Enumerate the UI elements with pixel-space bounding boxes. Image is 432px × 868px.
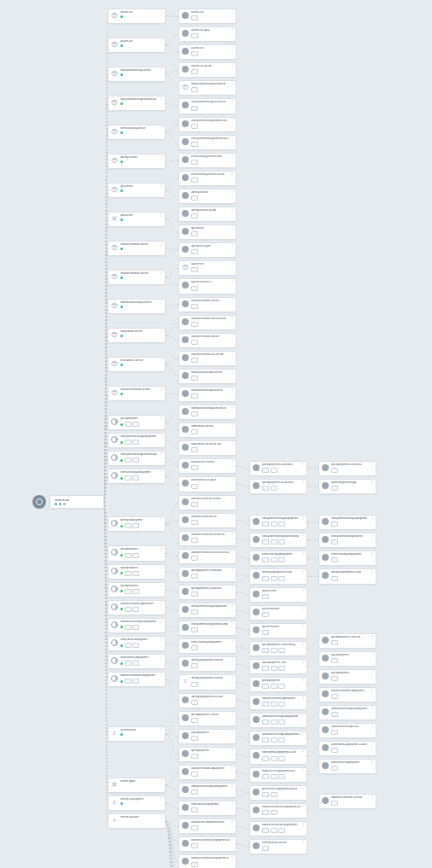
resource-card[interactable]: api-deployment···⋮ <box>318 651 377 667</box>
resource-card[interactable]: event-tracking-deployment······⋮ <box>108 469 166 484</box>
resource-card[interactable]: ab-test-svc⋮ <box>108 38 166 53</box>
resource-card[interactable]: rdbsearchcollector-deployment-8c······⋮ <box>249 803 307 818</box>
menu-icon[interactable]: ⋮ <box>231 533 234 535</box>
resource-card[interactable]: ab-test-svc-g7emf···⋮ <box>178 62 236 78</box>
menu-icon[interactable]: ⋮ <box>231 498 234 499</box>
menu-icon[interactable]: ⋮ <box>231 191 234 193</box>
menu-icon[interactable]: ⋮ <box>160 656 163 658</box>
resource-card[interactable]: qm-deployment-7bb5f9b54···⋮ <box>318 461 377 476</box>
menu-icon[interactable]: ⋮ <box>231 137 234 139</box>
menu-icon[interactable]: ⋮ <box>301 463 305 465</box>
menu-icon[interactable]: ⋮ <box>231 227 234 229</box>
resource-card[interactable]: newsystemtracking-service⋮ <box>108 67 166 82</box>
resource-card[interactable]: api-service-d87v-i···⋮ <box>178 278 236 294</box>
resource-card[interactable]: identity-deployment······⋮ <box>108 516 166 532</box>
resource-card[interactable]: event-tracking-deployment···⋮ <box>318 551 377 566</box>
resource-card[interactable]: rdbsearchcollector-service···⋮ <box>178 495 236 510</box>
resource-card[interactable]: newsystemtracking-deployment·········⋮ <box>249 515 307 530</box>
resource-card[interactable]: qm-deployment······⋮ <box>108 415 166 430</box>
resource-card[interactable]: ab-test-svc⋮ <box>108 9 166 24</box>
menu-icon[interactable]: ⋮ <box>160 301 163 303</box>
menu-icon[interactable]: ⋮ <box>231 641 234 643</box>
resource-card[interactable]: rdbelasticsearchapi-deployment······⋮ <box>108 618 166 633</box>
menu-icon[interactable]: ⋮ <box>160 330 163 332</box>
resource-card[interactable]: qm-deployment···⋮ <box>318 669 377 684</box>
resource-card[interactable]: rdbsearchmobile-deployment······⋮ <box>108 600 166 615</box>
resource-card[interactable]: event-tracking-service⋮ <box>108 125 166 140</box>
menu-icon[interactable]: ⋮ <box>160 359 163 361</box>
menu-icon[interactable]: ⋮ <box>301 733 305 735</box>
menu-icon[interactable]: ⋮ <box>160 40 163 42</box>
resource-card[interactable]: kibanaserch-svc-opt-8···⋮ <box>178 476 236 492</box>
menu-icon[interactable]: ⋮ <box>231 516 234 517</box>
resource-card[interactable]: identity-service···⋮ <box>178 189 236 204</box>
menu-icon[interactable]: ⋮ <box>231 209 234 211</box>
resource-card[interactable]: qm-deployment-7b56c4fc6···⋮ <box>178 585 236 600</box>
menu-icon[interactable]: ⋮ <box>231 569 234 571</box>
menu-icon[interactable]: ⋮ <box>231 47 234 49</box>
menu-icon[interactable]: ⋮ <box>231 119 234 121</box>
menu-icon[interactable]: ⋮ <box>301 644 305 645</box>
menu-icon[interactable]: ⋮ <box>301 481 305 483</box>
resource-card[interactable]: qm-deployment-7bb5f9b54······⋮ <box>249 461 307 476</box>
resource-card[interactable]: rdbelasticsearchapi-service···⋮ <box>178 387 236 402</box>
menu-icon[interactable]: ⋮ <box>231 821 234 823</box>
menu-icon[interactable]: ⋮ <box>301 751 305 753</box>
menu-icon[interactable]: ⋮ <box>231 857 234 859</box>
menu-icon[interactable]: ⋮ <box>301 626 305 627</box>
menu-icon[interactable]: ⋮ <box>371 481 374 483</box>
root-node[interactable]: service-sta <box>32 495 104 509</box>
resource-card[interactable]: rdbsearchcollector-svcerror···⋮ <box>318 794 377 809</box>
menu-icon[interactable]: ⋮ <box>301 571 305 573</box>
menu-icon[interactable]: ⋮ <box>231 173 234 175</box>
resource-card[interactable]: newsystemtracking-deployment···⋮ <box>178 603 236 618</box>
menu-icon[interactable]: ⋮ <box>231 245 234 247</box>
menu-icon[interactable]: ⋮ <box>231 155 234 157</box>
resource-card[interactable]: api-service⋮ <box>108 212 166 227</box>
menu-icon[interactable]: ⋮ <box>160 243 163 245</box>
resource-card[interactable]: kibanaserch-deployment-6cd-b······⋮ <box>249 785 307 801</box>
menu-icon[interactable]: ⋮ <box>231 389 234 391</box>
resource-card[interactable]: identity-deployment-85d589···⋮ <box>178 656 236 672</box>
resource-card[interactable]: qm-service⋮ <box>108 183 166 198</box>
resource-card[interactable]: qb-pvcnvme···⋮ <box>249 587 307 603</box>
resource-card[interactable]: newsystemtrackingcollector···⋮ <box>318 533 377 548</box>
menu-icon[interactable]: ⋮ <box>231 767 234 769</box>
menu-icon[interactable]: ⋮ <box>371 517 374 519</box>
menu-icon[interactable]: ⋮ <box>160 798 163 800</box>
resource-card[interactable]: rdbelasticsearchapi-service-int···⋮ <box>178 405 236 420</box>
menu-icon[interactable]: ⋮ <box>160 816 163 818</box>
resource-card[interactable]: rdbeartbeat-service···⋮ <box>178 422 236 438</box>
resource-card[interactable]: rdbeartbeat-service-i378at···⋮ <box>178 440 236 456</box>
menu-icon[interactable]: ⋮ <box>160 69 163 71</box>
resource-card[interactable]: rdbsearchcollector-service-intra-b···⋮ <box>178 549 236 564</box>
menu-icon[interactable]: ⋮ <box>231 101 234 102</box>
menu-icon[interactable]: ⋮ <box>371 725 374 727</box>
resource-card[interactable]: identity-service⋮ <box>108 154 166 169</box>
resource-card[interactable]: newsystemtrackingcollector-svc⋮ <box>108 96 166 111</box>
menu-icon[interactable]: ⋮ <box>231 839 234 841</box>
menu-icon[interactable]: ⋮ <box>160 156 163 158</box>
resource-card[interactable]: event-tracking-deployment·········⋮ <box>249 551 307 566</box>
menu-icon[interactable]: ⋮ <box>301 608 305 609</box>
resource-card[interactable]: qm-service···⋮ <box>178 224 236 240</box>
resource-card[interactable]: rdbelasticsearchapi-485···⋮ <box>318 723 377 738</box>
menu-icon[interactable]: ⋮ <box>301 806 305 807</box>
menu-icon[interactable]: ⋮ <box>231 461 234 463</box>
resource-card[interactable]: newsystemtrackingcollector-dep······⋮ <box>108 451 166 466</box>
resource-card[interactable]: qm-deployment······⋮ <box>108 545 166 561</box>
menu-icon[interactable]: ⋮ <box>231 803 234 805</box>
resource-card[interactable]: ab-test-svc-jp8j2···⋮ <box>178 26 236 42</box>
menu-icon[interactable]: ⋮ <box>371 553 374 555</box>
resource-card[interactable]: identity-deployment-67c58b···⋮ <box>178 693 236 708</box>
menu-icon[interactable]: ⋮ <box>160 548 163 550</box>
resource-card[interactable]: rdbeartbeat-deployment-55db·········⋮ <box>249 749 307 764</box>
menu-icon[interactable]: ⋮ <box>231 263 234 265</box>
menu-icon[interactable]: ⋮ <box>231 443 234 445</box>
resource-card[interactable]: qb-xvmhoolium···⋮ <box>249 605 307 620</box>
menu-icon[interactable]: ⋮ <box>231 551 234 553</box>
resource-card[interactable]: identity-deployment-6c58b···⋮ <box>318 568 377 584</box>
resource-card[interactable]: qm-deployment······⋮ <box>108 582 166 597</box>
menu-icon[interactable]: ⋮ <box>231 731 234 733</box>
menu-icon[interactable]: ⋮ <box>301 590 305 591</box>
